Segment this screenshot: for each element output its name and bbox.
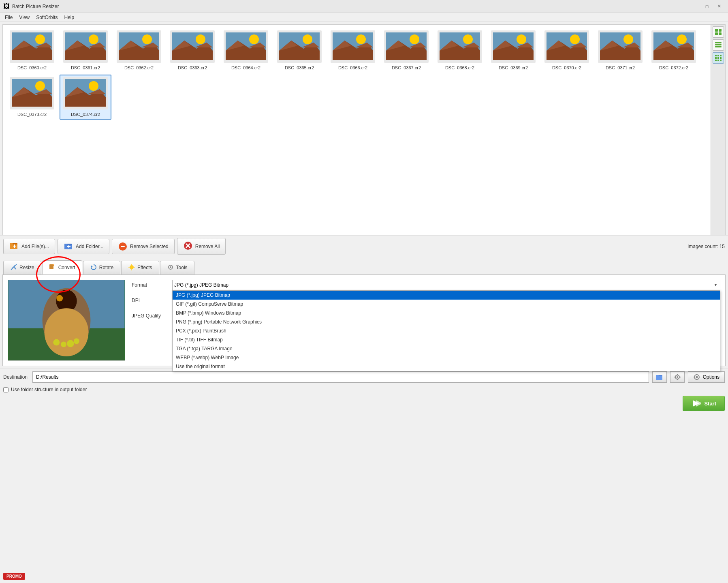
format-option[interactable]: TIF (*.tif) TIFF Bitmap xyxy=(173,335,720,344)
svg-point-170 xyxy=(130,265,134,269)
menu-softorbits[interactable]: SoftOrbits xyxy=(33,14,61,21)
start-button[interactable]: Start xyxy=(683,396,725,411)
svg-point-33 xyxy=(196,34,205,44)
format-option[interactable]: JPG (*.jpg) JPEG Bitmap xyxy=(173,291,720,300)
svg-point-185 xyxy=(53,339,60,346)
view-grid-button[interactable] xyxy=(713,52,724,64)
menu-file[interactable]: File xyxy=(2,14,16,21)
svg-point-69 xyxy=(410,34,419,44)
format-option[interactable]: TGA (*.tga) TARGA Image xyxy=(173,344,720,353)
svg-marker-204 xyxy=(696,400,701,407)
thumb-label: DSC_0366.cr2 xyxy=(338,65,367,70)
thumb-preview xyxy=(331,30,375,63)
thumb-label: DSC_0360.cr2 xyxy=(17,65,47,70)
tab-tools[interactable]: Tools xyxy=(160,261,194,274)
add-folder-label: Add Folder... xyxy=(76,244,103,249)
image-thumb[interactable]: DSC_0365.cr2 xyxy=(273,28,325,73)
destination-settings-button[interactable] xyxy=(670,371,685,383)
svg-rect-145 xyxy=(715,57,717,59)
bottom-toolbar: Add File(s)... Add Folder... Remove Se xyxy=(0,235,728,257)
thumb-label: DSC_0370.cr2 xyxy=(552,65,581,70)
tab-resize[interactable]: Resize xyxy=(3,261,41,274)
tab-content: Format JPG (*.jpg) JPEG Bitmap JPG (*.jp… xyxy=(2,274,726,366)
image-thumb[interactable]: DSC_0368.cr2 xyxy=(434,28,486,73)
image-thumb[interactable]: DSC_0370.cr2 xyxy=(541,28,593,73)
svg-point-87 xyxy=(517,34,526,44)
remove-all-label: Remove All xyxy=(195,244,220,249)
image-thumb[interactable]: DSC_0366.cr2 xyxy=(327,28,379,73)
add-files-label: Add File(s)... xyxy=(21,244,49,249)
svg-point-51 xyxy=(303,34,312,44)
tab-convert[interactable]: Convert xyxy=(42,260,82,274)
tab-convert-label: Convert xyxy=(58,265,75,270)
thumb-preview xyxy=(544,30,589,63)
svg-point-96 xyxy=(570,34,580,44)
svg-rect-138 xyxy=(719,32,722,35)
main-container: DSC_0360.cr2 DSC_0361.cr2 xyxy=(0,22,728,583)
svg-marker-169 xyxy=(91,266,93,267)
image-thumb[interactable]: DSC_0369.cr2 xyxy=(487,28,539,73)
format-option[interactable]: GIF (*.gif) CompuServe Bitmap xyxy=(173,300,720,309)
image-thumb[interactable]: DSC_0363.cr2 xyxy=(167,28,218,73)
svg-point-114 xyxy=(677,34,687,44)
view-large-icon-button[interactable] xyxy=(713,26,724,38)
format-option[interactable]: Use the original format xyxy=(173,362,720,371)
thumb-preview xyxy=(63,30,108,63)
image-thumb[interactable]: DSC_0374.cr2 xyxy=(60,75,111,120)
add-folder-button[interactable]: Add Folder... xyxy=(58,239,109,254)
format-option[interactable]: WEBP (*.webp) WebP Image xyxy=(173,353,720,362)
tab-effects[interactable]: Effects xyxy=(121,261,159,274)
format-option[interactable]: PCX (*.pcx) PaintBrush xyxy=(173,326,720,335)
folder-structure-checkbox[interactable] xyxy=(3,387,9,392)
image-thumb[interactable]: DSC_0364.cr2 xyxy=(220,28,272,73)
svg-rect-146 xyxy=(717,57,719,59)
image-grid-container[interactable]: DSC_0360.cr2 DSC_0361.cr2 xyxy=(2,24,726,235)
svg-rect-139 xyxy=(715,42,722,43)
thumb-label: DSC_0364.cr2 xyxy=(231,65,260,70)
format-dropdown-container[interactable]: JPG (*.jpg) JPEG Bitmap JPG (*.jpg) JPEG… xyxy=(172,280,720,290)
thumb-preview xyxy=(224,30,268,63)
images-count: Images count: 15 xyxy=(687,244,725,249)
folder-checkbox-row: Use folder structure in output folder xyxy=(0,385,728,394)
menu-view[interactable]: View xyxy=(16,14,33,21)
svg-rect-147 xyxy=(720,57,722,59)
menu-help[interactable]: Help xyxy=(61,14,78,21)
svg-rect-136 xyxy=(719,29,722,32)
remove-selected-button[interactable]: Remove Selected xyxy=(112,239,175,254)
thumb-label: DSC_0374.cr2 xyxy=(71,112,100,117)
add-files-button[interactable]: Add File(s)... xyxy=(3,239,55,254)
image-thumb[interactable]: DSC_0372.cr2 xyxy=(648,28,700,73)
image-thumb[interactable]: DSC_0367.cr2 xyxy=(380,28,432,73)
thumb-preview xyxy=(10,30,54,63)
view-list-button[interactable] xyxy=(713,39,724,51)
maximize-button[interactable]: □ xyxy=(701,2,713,11)
close-button[interactable]: ✕ xyxy=(713,2,725,11)
image-thumb[interactable]: DSC_0362.cr2 xyxy=(113,28,165,73)
tab-rotate-label: Rotate xyxy=(99,265,113,270)
minimize-button[interactable]: — xyxy=(689,2,700,11)
image-thumb[interactable]: DSC_0361.cr2 xyxy=(60,28,111,73)
svg-rect-142 xyxy=(715,55,717,56)
destination-browse-button[interactable] xyxy=(652,371,667,383)
options-button[interactable]: Options xyxy=(688,371,725,383)
tab-rotate[interactable]: Rotate xyxy=(83,261,120,274)
svg-point-78 xyxy=(463,34,473,44)
thumb-label: DSC_0373.cr2 xyxy=(17,112,47,117)
folder-structure-label[interactable]: Use folder structure in output folder xyxy=(11,387,87,392)
format-select-display[interactable]: JPG (*.jpg) JPEG Bitmap xyxy=(172,280,720,290)
remove-all-button[interactable]: Remove All xyxy=(177,238,226,255)
image-thumb[interactable]: DSC_0371.cr2 xyxy=(594,28,646,73)
svg-point-186 xyxy=(61,341,66,347)
svg-point-187 xyxy=(67,340,74,347)
image-thumb[interactable]: DSC_0373.cr2 xyxy=(6,75,58,120)
format-current-value: JPG (*.jpg) JPEG Bitmap xyxy=(174,282,228,288)
image-thumb[interactable]: DSC_0360.cr2 xyxy=(6,28,58,73)
svg-point-6 xyxy=(35,34,45,44)
thumb-label: DSC_0362.cr2 xyxy=(124,65,154,70)
convert-tab-icon xyxy=(49,263,56,272)
destination-input[interactable] xyxy=(32,371,649,383)
thumb-preview xyxy=(277,30,322,63)
svg-point-60 xyxy=(356,34,366,44)
format-option[interactable]: PNG (*.png) Portable Network Graphics xyxy=(173,317,720,326)
format-option[interactable]: BMP (*.bmp) Windows Bitmap xyxy=(173,309,720,317)
